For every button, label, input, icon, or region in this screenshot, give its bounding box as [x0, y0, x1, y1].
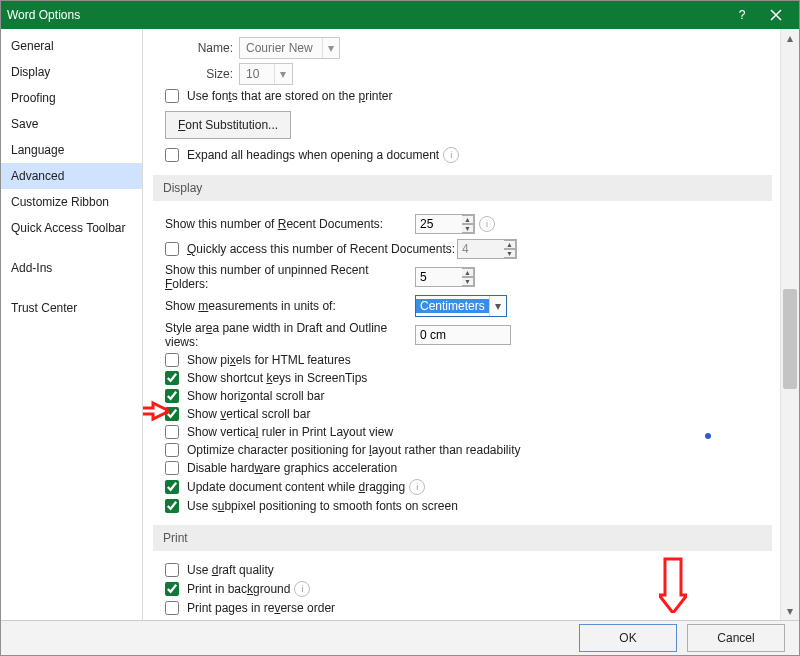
- option-label: Show vertical scroll bar: [187, 407, 310, 421]
- option-label: Disable hardware graphics acceleration: [187, 461, 397, 475]
- annotation-dot: [705, 433, 711, 439]
- scroll-down-button[interactable]: ▾: [781, 602, 799, 620]
- sidebar-item-save[interactable]: Save: [1, 111, 142, 137]
- info-icon[interactable]: i: [443, 147, 459, 163]
- option-row: Show shortcut keys in ScreenTips: [153, 369, 780, 387]
- quick-access-recent-label: Quickly access this number of Recent Doc…: [187, 242, 457, 256]
- scroll-up-button[interactable]: ▴: [781, 29, 799, 47]
- sidebar-item-customize-ribbon[interactable]: Customize Ribbon: [1, 189, 142, 215]
- option-checkbox[interactable]: [165, 499, 179, 513]
- sidebar-item-general[interactable]: General: [1, 33, 142, 59]
- scroll-area: Name: Courier New ▾ Size: 10 ▾ Use fonts…: [143, 29, 780, 620]
- chevron-down-icon[interactable]: ▾: [489, 296, 506, 316]
- sidebar-item-quick-access-toolbar[interactable]: Quick Access Toolbar: [1, 215, 142, 241]
- option-row: Print in backgroundi: [153, 579, 780, 599]
- option-row: Print pages in reverse order: [153, 599, 780, 617]
- option-row: Disable hardware graphics acceleration: [153, 459, 780, 477]
- use-printer-fonts-checkbox[interactable]: [165, 89, 179, 103]
- option-label: Optimize character positioning for layou…: [187, 443, 521, 457]
- option-checkbox[interactable]: [165, 407, 179, 421]
- unpinned-folders-spinner[interactable]: ▲▼: [415, 267, 475, 287]
- option-label: Update document content while dragging: [187, 480, 405, 494]
- option-label: Show vertical ruler in Print Layout view: [187, 425, 393, 439]
- sidebar-item-display[interactable]: Display: [1, 59, 142, 85]
- option-row: Use subpixel positioning to smooth fonts…: [153, 497, 780, 515]
- title-bar: Word Options ?: [1, 1, 799, 29]
- option-row: Show pixels for HTML features: [153, 351, 780, 369]
- option-label: Show shortcut keys in ScreenTips: [187, 371, 367, 385]
- option-checkbox[interactable]: [165, 443, 179, 457]
- dialog-footer: OK Cancel: [1, 621, 799, 655]
- sidebar-item-trust-center[interactable]: Trust Center: [1, 295, 142, 321]
- option-row: Show vertical ruler in Print Layout view: [153, 423, 780, 441]
- font-name-label: Name:: [173, 41, 239, 55]
- options-category-list: GeneralDisplayProofingSaveLanguageAdvanc…: [1, 29, 143, 620]
- sidebar-item-advanced[interactable]: Advanced: [1, 163, 142, 189]
- measurement-units-combo[interactable]: Centimeters ▾: [415, 295, 507, 317]
- option-row: Update document content while draggingi: [153, 477, 780, 497]
- spin-up-icon: ▲: [504, 240, 516, 249]
- option-label: Show horizontal scroll bar: [187, 389, 324, 403]
- spin-up-icon[interactable]: ▲: [462, 268, 474, 277]
- option-row: Show vertical scroll bar: [153, 405, 780, 423]
- option-checkbox[interactable]: [165, 563, 179, 577]
- style-pane-width-input[interactable]: [415, 325, 511, 345]
- option-label: Print in background: [187, 582, 290, 596]
- spin-down-icon: ▼: [504, 249, 516, 258]
- option-checkbox[interactable]: [165, 353, 179, 367]
- options-content: Name: Courier New ▾ Size: 10 ▾ Use fonts…: [143, 29, 799, 620]
- option-row: Optimize character positioning for layou…: [153, 441, 780, 459]
- close-button[interactable]: [759, 1, 793, 29]
- option-row: Use draft quality: [153, 561, 780, 579]
- option-row: Show horizontal scroll bar: [153, 387, 780, 405]
- chevron-down-icon[interactable]: ▾: [322, 38, 339, 58]
- option-checkbox[interactable]: [165, 371, 179, 385]
- font-size-label: Size:: [173, 67, 239, 81]
- info-icon[interactable]: i: [294, 581, 310, 597]
- print-group-header: Print: [153, 525, 772, 551]
- info-icon[interactable]: i: [479, 216, 495, 232]
- option-checkbox[interactable]: [165, 461, 179, 475]
- scroll-thumb[interactable]: [783, 289, 797, 389]
- info-icon[interactable]: i: [409, 479, 425, 495]
- option-checkbox[interactable]: [165, 582, 179, 596]
- sidebar-item-language[interactable]: Language: [1, 137, 142, 163]
- option-label: Print pages in reverse order: [187, 601, 335, 615]
- spin-down-icon[interactable]: ▼: [462, 224, 474, 233]
- option-checkbox[interactable]: [165, 389, 179, 403]
- font-size-combo[interactable]: 10 ▾: [239, 63, 293, 85]
- chevron-down-icon[interactable]: ▾: [274, 64, 291, 84]
- option-checkbox[interactable]: [165, 601, 179, 615]
- window-title: Word Options: [7, 8, 725, 22]
- sidebar-item-add-ins[interactable]: Add-Ins: [1, 255, 142, 281]
- font-name-combo[interactable]: Courier New ▾: [239, 37, 340, 59]
- use-printer-fonts-label: Use fonts that are stored on the printer: [187, 89, 392, 103]
- help-button[interactable]: ?: [725, 1, 759, 29]
- recent-docs-spinner[interactable]: ▲▼: [415, 214, 475, 234]
- option-checkbox[interactable]: [165, 480, 179, 494]
- vertical-scrollbar[interactable]: ▴ ▾: [780, 29, 799, 620]
- option-label: Use subpixel positioning to smooth fonts…: [187, 499, 458, 513]
- option-label: Use draft quality: [187, 563, 274, 577]
- expand-headings-checkbox[interactable]: [165, 148, 179, 162]
- display-group-header: Display: [153, 175, 772, 201]
- recent-docs-label: Show this number of Recent Documents:: [165, 217, 415, 231]
- font-substitution-button[interactable]: Font Substitution...: [165, 111, 291, 139]
- cancel-button[interactable]: Cancel: [687, 624, 785, 652]
- unpinned-folders-label: Show this number of unpinned Recent Fold…: [165, 263, 415, 291]
- expand-headings-label: Expand all headings when opening a docum…: [187, 148, 439, 162]
- option-label: Show pixels for HTML features: [187, 353, 351, 367]
- style-pane-width-label: Style area pane width in Draft and Outli…: [165, 321, 415, 349]
- sidebar-item-proofing[interactable]: Proofing: [1, 85, 142, 111]
- word-options-dialog: Word Options ? GeneralDisplayProofingSav…: [0, 0, 800, 656]
- spin-up-icon[interactable]: ▲: [462, 215, 474, 224]
- measurement-units-label: Show measurements in units of:: [165, 299, 415, 313]
- quick-access-recent-checkbox[interactable]: [165, 242, 179, 256]
- quick-access-spinner: ▲▼: [457, 239, 517, 259]
- option-checkbox[interactable]: [165, 425, 179, 439]
- spin-down-icon[interactable]: ▼: [462, 277, 474, 286]
- ok-button[interactable]: OK: [579, 624, 677, 652]
